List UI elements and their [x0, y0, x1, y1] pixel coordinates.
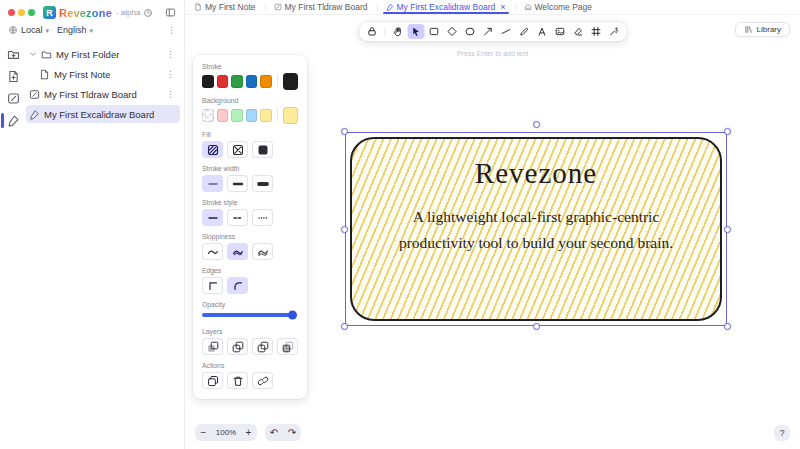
resize-handle-bottom-middle[interactable] — [533, 323, 540, 330]
stroke-current-swatch[interactable] — [283, 73, 298, 90]
sloppiness-cartoonist-button[interactable] — [252, 243, 273, 260]
redo-button[interactable]: ↷ — [283, 424, 301, 441]
link-button[interactable] — [252, 372, 273, 389]
arrow-tool[interactable] — [479, 24, 496, 39]
shape-properties-panel: Stroke Background — [193, 55, 307, 399]
tab-my-first-excalidraw-board[interactable]: My First Excalidraw Board × — [377, 0, 515, 14]
window-minimize-dot[interactable] — [18, 9, 25, 16]
revezone-card[interactable]: Revezone A lightweight local-first graph… — [350, 137, 722, 321]
layers-title: Layers — [202, 328, 298, 335]
fill-hachure-button[interactable] — [202, 141, 223, 158]
add-excalidraw-board-icon[interactable] — [6, 113, 21, 128]
swatch-divider — [277, 109, 278, 122]
undo-button[interactable]: ↶ — [265, 424, 283, 441]
background-swatch-yellow[interactable] — [260, 109, 272, 122]
tree-item-tldraw-board[interactable]: My First Tldraw Board ⋮ — [26, 85, 180, 103]
stroke-style-solid-button[interactable] — [202, 209, 223, 226]
excalidraw-canvas[interactable]: Library Press Enter to add text Stroke — [185, 15, 800, 449]
stroke-style-dashed-button[interactable] — [227, 209, 248, 226]
chevron-down-icon: ▾ — [90, 27, 94, 34]
eraser-tool[interactable] — [569, 24, 586, 39]
background-swatch-transparent[interactable] — [202, 109, 214, 122]
edges-round-button[interactable] — [227, 277, 248, 294]
window-close-dot[interactable] — [8, 9, 15, 16]
item-menu-icon[interactable]: ⋮ — [166, 70, 175, 79]
stroke-width-thin-button[interactable] — [202, 175, 223, 192]
stroke-width-extrabold-button[interactable] — [252, 175, 273, 192]
stroke-swatch-red[interactable] — [217, 75, 229, 88]
background-swatch-blue[interactable] — [246, 109, 258, 122]
zoom-controls: − 100% + — [195, 424, 257, 441]
diamond-tool[interactable] — [443, 24, 460, 39]
language-selector[interactable]: English — [57, 25, 87, 35]
item-menu-icon[interactable]: ⋮ — [166, 90, 175, 99]
zoom-in-button[interactable]: + — [240, 424, 257, 441]
send-backward-button[interactable] — [227, 338, 248, 355]
sloppiness-artist-button[interactable] — [227, 243, 248, 260]
sidebar-menu-icon[interactable]: ⋮ — [167, 26, 176, 35]
help-button[interactable]: ? — [774, 425, 790, 441]
resize-handle-middle-right[interactable] — [724, 226, 731, 233]
resize-handle-middle-left[interactable] — [341, 226, 348, 233]
edges-sharp-button[interactable] — [202, 277, 223, 294]
tree-item-note[interactable]: My First Note ⋮ — [26, 65, 180, 83]
window-zoom-dot[interactable] — [28, 9, 35, 16]
background-current-swatch[interactable] — [283, 107, 298, 124]
bring-to-front-button[interactable] — [277, 338, 298, 355]
chevron-down-icon[interactable] — [29, 50, 37, 58]
fill-solid-button[interactable] — [252, 141, 273, 158]
add-note-icon[interactable] — [6, 69, 21, 84]
stroke-style-dotted-button[interactable] — [252, 209, 273, 226]
send-to-back-button[interactable] — [202, 338, 223, 355]
laser-pointer-tool[interactable] — [605, 24, 622, 39]
sidebar-header: R Revezone - alpha — [0, 0, 184, 22]
tree-item-label: My First Folder — [56, 49, 119, 60]
duplicate-button[interactable] — [202, 372, 223, 389]
line-tool[interactable] — [497, 24, 514, 39]
selection-tool[interactable] — [407, 24, 424, 39]
stroke-swatch-green[interactable] — [231, 75, 243, 88]
bring-forward-button[interactable] — [252, 338, 273, 355]
tab-my-first-tldraw-board[interactable]: My First Tldraw Board — [265, 0, 377, 14]
rectangle-tool[interactable] — [425, 24, 442, 39]
resize-handle-top-right[interactable] — [724, 128, 731, 135]
tree-item-folder[interactable]: My First Folder ⋮ — [26, 45, 180, 63]
stroke-swatch-black[interactable] — [202, 75, 214, 88]
zoom-out-button[interactable]: − — [195, 424, 212, 441]
add-folder-icon[interactable] — [6, 47, 21, 62]
tab-welcome-page[interactable]: Welcome Page — [515, 0, 601, 14]
selected-shape[interactable]: Revezone A lightweight local-first graph… — [345, 132, 727, 326]
zoom-level[interactable]: 100% — [212, 428, 240, 437]
frame-tool[interactable] — [587, 24, 604, 39]
sloppiness-architect-button[interactable] — [202, 243, 223, 260]
stroke-swatch-orange[interactable] — [260, 75, 272, 88]
add-tldraw-board-icon[interactable] — [6, 91, 21, 106]
background-swatch-pink[interactable] — [217, 109, 229, 122]
tree-item-excalidraw-board[interactable]: My First Excalidraw Board — [26, 105, 180, 123]
opacity-slider-knob[interactable] — [288, 311, 297, 320]
item-menu-icon[interactable]: ⋮ — [166, 50, 175, 59]
draw-tool[interactable] — [515, 24, 532, 39]
collapse-sidebar-icon[interactable] — [165, 7, 176, 18]
library-button[interactable]: Library — [735, 22, 790, 37]
stroke-swatch-blue[interactable] — [246, 75, 258, 88]
fill-crosshatch-button[interactable] — [227, 141, 248, 158]
workspace-selector[interactable]: Local — [21, 25, 43, 35]
background-swatch-green[interactable] — [231, 109, 243, 122]
hand-tool[interactable] — [389, 24, 406, 39]
rotate-handle[interactable] — [533, 121, 540, 128]
stroke-width-bold-button[interactable] — [227, 175, 248, 192]
opacity-slider[interactable] — [202, 313, 296, 317]
text-tool[interactable] — [533, 24, 550, 39]
resize-handle-bottom-right[interactable] — [724, 323, 731, 330]
tab-my-first-note[interactable]: My First Note — [185, 0, 265, 14]
ellipse-tool[interactable] — [461, 24, 478, 39]
lock-tool[interactable] — [363, 24, 380, 39]
workspace-bar: Local ▾ English ▾ ⋮ — [0, 22, 184, 39]
clock-icon[interactable] — [143, 8, 153, 18]
image-tool[interactable] — [551, 24, 568, 39]
delete-button[interactable] — [227, 372, 248, 389]
resize-handle-bottom-left[interactable] — [341, 323, 348, 330]
close-tab-icon[interactable]: × — [500, 2, 505, 12]
resize-handle-top-left[interactable] — [341, 128, 348, 135]
